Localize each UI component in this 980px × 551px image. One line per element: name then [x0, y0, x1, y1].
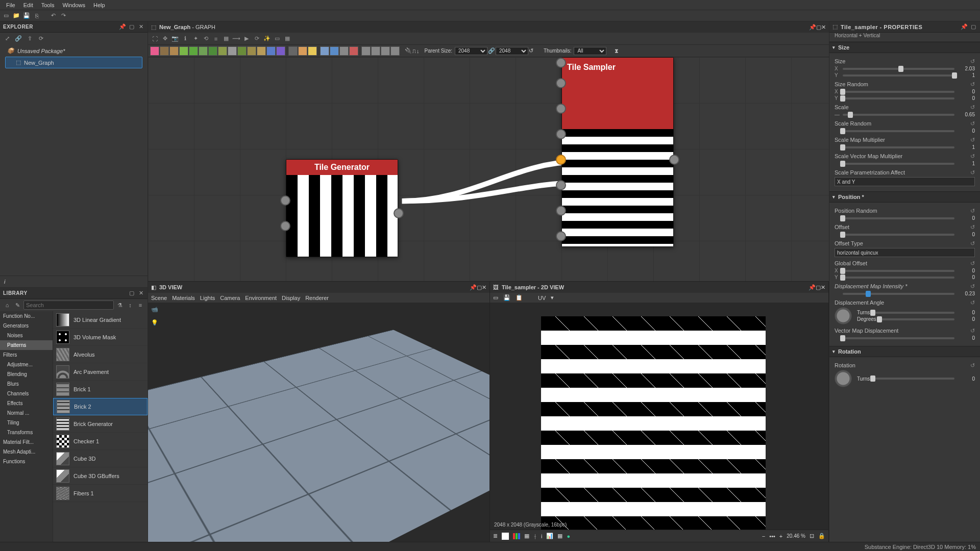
vector-displacement-slider[interactable]	[843, 337, 954, 339]
link-dim-icon[interactable]: 🔗	[488, 47, 495, 54]
plug-icon[interactable]: 🔌	[405, 47, 412, 54]
list-item[interactable]: Cube 3D	[53, 450, 148, 467]
reset-icon[interactable]: ↺	[970, 240, 975, 247]
val[interactable]: 0	[958, 215, 975, 221]
node-input-port[interactable]	[556, 78, 566, 88]
channels-icon[interactable]	[513, 533, 520, 539]
link-icon[interactable]: 🔗	[14, 34, 22, 42]
cat-blending[interactable]: Blending	[0, 369, 53, 379]
reset-icon[interactable]: ↺	[529, 47, 533, 54]
list-item[interactable]: Brick 1	[53, 381, 148, 398]
menu-materials[interactable]: Materials	[172, 295, 195, 301]
filter-icon[interactable]: ⚗	[116, 301, 124, 309]
node-input-port[interactable]	[556, 206, 566, 216]
scale-slider[interactable]	[843, 114, 954, 116]
lock-icon[interactable]: 🔒	[818, 533, 825, 539]
node-input-port[interactable]	[280, 221, 290, 231]
chip-orange[interactable]	[298, 46, 307, 56]
maximize-icon[interactable]: ▢	[477, 284, 482, 291]
cat-normal[interactable]: Normal ...	[0, 408, 53, 418]
list-item[interactable]: Brick Generator	[53, 415, 148, 433]
node-tile-generator[interactable]: Tile Generator	[286, 159, 398, 257]
menu-windows[interactable]: Windows	[58, 1, 89, 9]
zoom-dots[interactable]: •••	[769, 533, 775, 539]
grid-icon[interactable]: ▦	[283, 34, 292, 43]
list-item[interactable]: Alveolus	[53, 346, 148, 363]
histogram-icon[interactable]: 📊	[546, 533, 553, 539]
chip-blue2[interactable]	[330, 46, 339, 56]
displacement-intensity-value[interactable]: 0.23	[958, 291, 975, 296]
menu-file[interactable]: File	[2, 1, 19, 9]
collapse-icon[interactable]: ⤢	[3, 34, 11, 42]
reset-icon[interactable]: ↺	[970, 81, 975, 88]
bg-white-icon[interactable]	[502, 533, 509, 540]
node-input-port[interactable]	[280, 195, 290, 206]
frame-icon[interactable]: ▭	[273, 34, 282, 43]
list-item[interactable]: Cube 3D GBuffers	[53, 467, 148, 485]
global-offset-x-slider[interactable]	[843, 270, 954, 272]
new-icon[interactable]: ▭	[2, 12, 10, 20]
chip-moss[interactable]	[218, 46, 227, 56]
export-icon[interactable]: ⇪	[26, 34, 34, 42]
menu-tools[interactable]: Tools	[37, 1, 59, 9]
node-input-port[interactable]	[556, 231, 566, 241]
uv-menu[interactable]: UV	[538, 295, 546, 301]
menu-environment[interactable]: Environment	[245, 295, 277, 301]
reset-icon[interactable]: ↺	[970, 169, 975, 176]
menu-edit[interactable]: Edit	[19, 1, 37, 9]
close-icon[interactable]: ✕	[821, 284, 825, 291]
chip-purple[interactable]	[276, 46, 285, 56]
rotate-icon[interactable]: ⟲	[201, 34, 210, 43]
size-y-slider[interactable]	[843, 74, 954, 77]
global-offset-y-slider[interactable]	[843, 277, 954, 279]
cat-tiling[interactable]: Tiling	[0, 418, 53, 428]
val[interactable]: 1	[958, 161, 975, 166]
pin-icon[interactable]: 📌	[809, 24, 816, 31]
section-rotation[interactable]: ▾Rotation	[829, 346, 980, 357]
wand-icon[interactable]: ✨	[262, 34, 272, 43]
save-all-icon[interactable]: ⎘	[33, 12, 41, 20]
library-search-input[interactable]	[23, 300, 114, 310]
arrow-icon[interactable]: ↓	[416, 48, 420, 54]
list-item[interactable]: Fibers 1	[53, 485, 148, 502]
link-icon[interactable]: ⟿	[232, 34, 241, 43]
pin-icon[interactable]: 📌	[470, 284, 477, 291]
maximize-icon[interactable]: ▢	[970, 23, 977, 31]
chevron-down-icon[interactable]: ▾	[551, 294, 554, 301]
node-input-port[interactable]	[556, 129, 566, 139]
list-item[interactable]: Checker 1	[53, 433, 148, 450]
refresh-icon[interactable]: ⟳	[252, 34, 261, 43]
timing-icon[interactable]: ⧗	[615, 47, 619, 54]
reset-icon[interactable]: ↺	[970, 153, 975, 160]
rotation-turns-slider[interactable]	[873, 378, 954, 380]
reset-icon[interactable]: ↺	[970, 260, 975, 267]
chip-yellow2[interactable]	[308, 46, 317, 56]
chip-yellow[interactable]	[247, 46, 256, 56]
section-position[interactable]: ▾Position *	[829, 191, 980, 203]
parent-size-y-select[interactable]: 2048	[496, 47, 528, 55]
maximize-icon[interactable]: ▢	[816, 24, 821, 31]
node-input-port[interactable]	[556, 180, 566, 190]
node-input-port[interactable]	[556, 58, 566, 68]
scale-value[interactable]: 0.65	[958, 112, 975, 117]
view3d-body[interactable]: 📹 💡	[148, 303, 489, 542]
node-input-port[interactable]	[556, 104, 566, 114]
position-random-slider[interactable]	[843, 217, 954, 219]
cat-material-filters[interactable]: Material Filt...	[0, 437, 53, 447]
chip-pink[interactable]	[150, 46, 159, 56]
save-icon[interactable]: ▭	[493, 294, 498, 301]
home-icon[interactable]: ⌂	[3, 301, 11, 309]
maximize-icon[interactable]: ▢	[816, 284, 821, 291]
package-row[interactable]: 📦 Unsaved Package*	[3, 46, 144, 56]
angle-dial[interactable]	[835, 307, 852, 324]
undo-icon[interactable]: ↶	[49, 12, 57, 20]
camera-icon[interactable]: 📹	[151, 306, 158, 313]
size-random-y-slider[interactable]	[843, 97, 954, 99]
menu-lights[interactable]: Lights	[200, 295, 215, 301]
chip-brown[interactable]	[160, 46, 169, 56]
cat-function-nodes[interactable]: Function No...	[0, 311, 53, 321]
reset-icon[interactable]: ↺	[970, 137, 975, 143]
size-random-x-slider[interactable]	[843, 91, 954, 93]
connector-icon[interactable]: ⎍	[412, 48, 416, 54]
menu-renderer[interactable]: Renderer	[305, 295, 329, 301]
